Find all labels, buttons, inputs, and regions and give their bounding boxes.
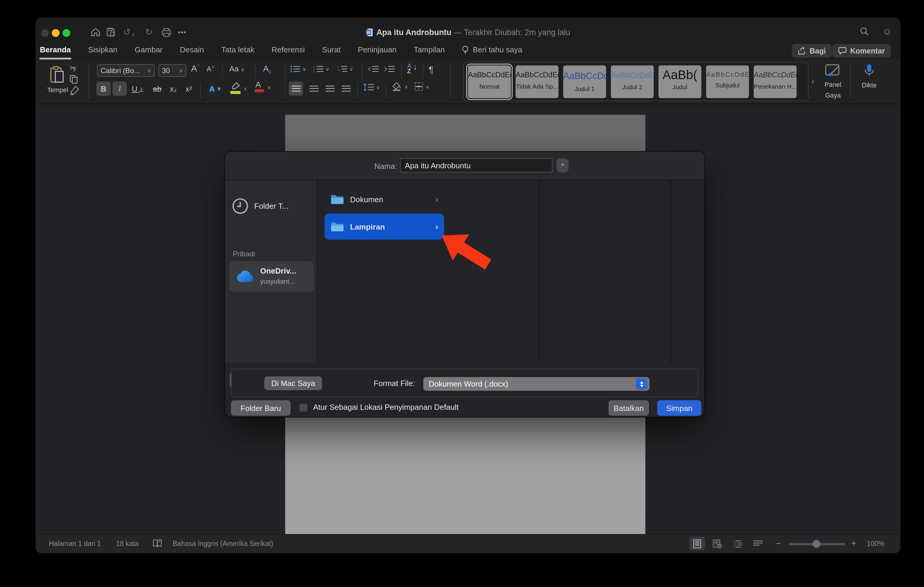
style-subtle-emphasis[interactable]: AaBbCcDdEePenekanan H... bbox=[754, 66, 797, 98]
tab-sisipkan[interactable]: Sisipkan bbox=[87, 44, 118, 55]
comments-button[interactable]: Komentar bbox=[832, 44, 891, 58]
cut-button[interactable]: ✂ bbox=[70, 62, 76, 73]
align-right-button[interactable] bbox=[323, 82, 337, 96]
sidebar-item-onedrive[interactable]: OneDriv... yusyuliant... bbox=[229, 261, 314, 292]
folder-row-lampiran[interactable]: Lampiran › bbox=[325, 214, 444, 240]
tab-peninjauan[interactable]: Peninjauan bbox=[357, 44, 397, 55]
default-location-checkbox[interactable] bbox=[299, 403, 308, 412]
sort-button[interactable]: A↓Z bbox=[407, 63, 411, 74]
separator bbox=[255, 64, 256, 79]
italic-button[interactable]: I bbox=[112, 82, 127, 96]
tab-referensi[interactable]: Referensi bbox=[271, 44, 305, 55]
new-folder-button[interactable]: Folder Baru bbox=[231, 400, 290, 416]
justify-button[interactable] bbox=[339, 82, 353, 96]
bold-button[interactable]: B bbox=[96, 82, 111, 96]
increase-indent-button[interactable] bbox=[384, 66, 395, 72]
align-left-button[interactable] bbox=[289, 82, 303, 96]
microphone-icon bbox=[864, 64, 874, 79]
style-pane-button[interactable]: Panel Gaya bbox=[819, 64, 846, 100]
font-color-button[interactable]: A ∨ bbox=[253, 81, 273, 92]
onedrive-cloud-icon bbox=[236, 271, 256, 283]
style-subtitle[interactable]: AaBbCcDdEeSubjudul bbox=[706, 66, 749, 98]
superscript-button[interactable]: x² bbox=[182, 82, 196, 96]
paste-button[interactable]: Tempel bbox=[44, 63, 71, 97]
chevron-right-icon: › bbox=[436, 194, 438, 204]
tab-gambar[interactable]: Gambar bbox=[134, 44, 163, 55]
grow-font-button[interactable]: A^ bbox=[191, 63, 200, 73]
tab-tata-letak[interactable]: Tata letak bbox=[221, 44, 255, 55]
share-button[interactable]: Bagi bbox=[792, 44, 832, 58]
tab-desain[interactable]: Desain bbox=[179, 44, 205, 55]
font-size-combo[interactable]: 30∨ bbox=[158, 64, 186, 77]
print-layout-view-button[interactable] bbox=[690, 537, 705, 550]
style-heading1[interactable]: AaBbCcDcJudul 1 bbox=[563, 66, 606, 98]
font-name-combo[interactable]: Calibri (Bo...∨ bbox=[97, 64, 155, 77]
shrink-font-button[interactable]: A∨ bbox=[206, 64, 215, 73]
numbering-button[interactable]: 123∨ bbox=[313, 66, 329, 72]
word-count[interactable]: 18 kata bbox=[116, 540, 139, 547]
filename-input[interactable] bbox=[400, 158, 553, 173]
zoom-out-button[interactable]: − bbox=[776, 538, 781, 548]
style-normal[interactable]: AaBbCcDdEeNormal bbox=[468, 66, 511, 98]
decrease-indent-button[interactable] bbox=[368, 66, 379, 72]
zoom-slider-track[interactable] bbox=[789, 543, 845, 545]
title-meta: — Terakhir Diubah: 2m yang lalu bbox=[454, 28, 570, 37]
style-no-spacing[interactable]: AaBbCcDdEeTidak Ada Sp... bbox=[516, 66, 558, 98]
dictate-button[interactable]: Dikte bbox=[856, 64, 882, 90]
pilcrow-button[interactable]: ¶ bbox=[429, 64, 434, 74]
save-button[interactable]: Simpan bbox=[657, 400, 701, 416]
outline-view-button[interactable] bbox=[730, 537, 746, 550]
underline-button[interactable]: U ∨ bbox=[129, 82, 147, 96]
on-my-mac-button[interactable]: Di Mac Saya bbox=[264, 377, 322, 390]
zoom-in-button[interactable]: + bbox=[851, 538, 856, 548]
change-case-button[interactable]: Aa ∨ bbox=[229, 64, 245, 73]
smiley-feedback-icon[interactable]: ☺ bbox=[880, 26, 894, 38]
dialog-header: Nama: ^ bbox=[225, 152, 704, 180]
subscript-button[interactable]: x₂ bbox=[166, 82, 180, 96]
cancel-button[interactable]: Batalkan bbox=[609, 400, 649, 416]
search-icon[interactable] bbox=[857, 26, 871, 36]
spellcheck-icon[interactable]: x bbox=[152, 539, 163, 548]
separator bbox=[200, 83, 201, 99]
draft-view-button[interactable] bbox=[750, 537, 766, 550]
text-effects-button[interactable]: A ∨ bbox=[205, 82, 225, 96]
zoom-percentage[interactable]: 100% bbox=[867, 540, 884, 547]
bullets-button[interactable]: ∨ bbox=[290, 66, 306, 72]
onedrive-user-label: yusyuliant... bbox=[260, 278, 295, 285]
copy-button[interactable] bbox=[70, 75, 78, 84]
style-pane-icon bbox=[825, 64, 841, 79]
format-painter-button[interactable] bbox=[69, 86, 79, 96]
style-heading2[interactable]: AaBbCcDdEeJudul 2 bbox=[611, 66, 654, 98]
tab-tampilan[interactable]: Tampilan bbox=[413, 44, 446, 55]
word-window: ↺ ∨ ↻ ••• WApa itu Androbuntu — Terakhir… bbox=[36, 18, 900, 553]
separator bbox=[423, 64, 423, 79]
file-format-value: Dokumen Word (.docx) bbox=[429, 380, 508, 388]
folder-icon bbox=[330, 222, 344, 232]
clear-formatting-button[interactable]: A◊ bbox=[263, 64, 271, 75]
shading-button[interactable]: ∨ bbox=[392, 82, 408, 91]
align-center-button[interactable] bbox=[307, 82, 321, 96]
svg-text:3: 3 bbox=[313, 71, 315, 72]
select-stepper-icon bbox=[636, 378, 647, 390]
tab-beranda[interactable]: Beranda bbox=[39, 44, 71, 55]
gallery-more-chevron[interactable]: › bbox=[812, 76, 814, 86]
folder-row-dokumen[interactable]: Dokumen › bbox=[325, 186, 444, 212]
style-title[interactable]: AaBb(Judul bbox=[658, 66, 701, 98]
file-format-select[interactable]: Dokumen Word (.docx) bbox=[423, 377, 650, 391]
zoom-slider-thumb[interactable] bbox=[813, 540, 820, 548]
language-indicator[interactable]: Bahasa Inggris (Amerika Serikat) bbox=[173, 540, 273, 547]
status-bar: Halaman 1 dari 1 18 kata x Bahasa Inggri… bbox=[36, 534, 900, 553]
web-layout-view-button[interactable] bbox=[710, 537, 725, 550]
highlight-button[interactable]: ∨ bbox=[229, 82, 249, 94]
page-count[interactable]: Halaman 1 dari 1 bbox=[49, 540, 101, 547]
tell-me[interactable]: Beri tahu saya bbox=[461, 45, 522, 54]
line-spacing-button[interactable]: ∨ bbox=[363, 83, 380, 91]
collapse-dialog-button[interactable]: ^ bbox=[557, 158, 569, 173]
sidebar-item-recent-folders[interactable]: Folder T... bbox=[232, 193, 313, 218]
multilevel-list-button[interactable]: 1ai∨ bbox=[337, 66, 353, 72]
group-separator bbox=[285, 63, 285, 99]
separator bbox=[386, 83, 386, 99]
strikethrough-button[interactable]: ab bbox=[150, 82, 164, 96]
tab-surat[interactable]: Surat bbox=[322, 44, 341, 55]
borders-button[interactable]: ∨ bbox=[414, 82, 429, 91]
